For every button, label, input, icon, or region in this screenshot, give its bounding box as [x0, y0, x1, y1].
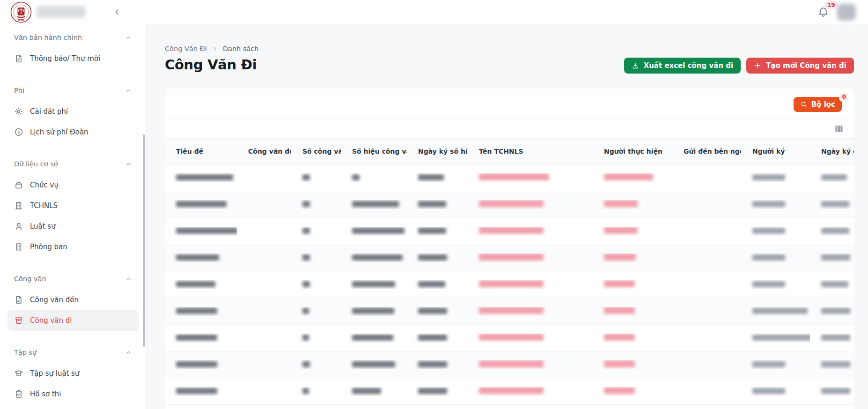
table-cell — [407, 387, 468, 396]
sidebar-item-chuc-vu[interactable]: Chức vụ — [7, 175, 139, 195]
column-header[interactable]: Công văn đến — [237, 148, 291, 155]
table-cell — [741, 200, 810, 209]
column-header[interactable]: Gửi đến bên ngoài — [672, 148, 741, 155]
sidebar-item-ho-so-thi[interactable]: Hồ sơ thi — [7, 384, 139, 404]
sidebar-item-cong-van-di[interactable]: Công văn đi — [7, 310, 139, 331]
table-cell — [741, 387, 810, 396]
section-header-van-ban-hanh-chinh[interactable]: Văn bản hành chính — [0, 33, 146, 42]
sidebar-item-tap-su-luat-su[interactable]: Tập sự luật sư — [7, 363, 139, 384]
table-row[interactable] — [165, 271, 854, 298]
redacted-text — [352, 201, 399, 207]
column-settings-button[interactable] — [834, 124, 844, 134]
top-header: DPBA 19 — [0, 0, 868, 24]
chevron-up-icon — [125, 275, 132, 283]
redacted-text — [479, 387, 544, 394]
table-cell — [341, 200, 407, 209]
sidebar-item-label: Công văn đến — [30, 296, 79, 304]
notifications-button[interactable]: 19 — [817, 6, 830, 18]
column-header[interactable]: Số hiệu công văn — [341, 148, 407, 155]
table-cell — [291, 307, 341, 316]
filter-button[interactable]: Bộ lọc — [794, 97, 842, 112]
redacted-text — [176, 335, 217, 341]
sidebar-item-partial[interactable] — [7, 404, 139, 409]
table-row[interactable] — [165, 218, 854, 245]
table-cell — [291, 360, 341, 369]
table-row[interactable] — [165, 351, 854, 378]
table-cell — [468, 307, 593, 316]
dpba-seal-logo: DPBA — [10, 1, 32, 23]
column-header[interactable]: Ngày ký công văn — [810, 148, 854, 155]
sidebar-collapse-button[interactable] — [110, 6, 124, 19]
sidebar-item-lich-su-phi-doan[interactable]: $ Lịch sử phí Đoàn — [7, 122, 139, 142]
sidebar-item-cong-van-den[interactable]: Công văn đến — [7, 290, 139, 310]
breadcrumb: Công Văn Đi Danh sách — [165, 45, 854, 52]
redacted-text — [176, 281, 215, 287]
table-cell — [291, 173, 341, 182]
table-cell — [468, 200, 593, 209]
create-new-button[interactable]: Tạo mới Công văn đi — [746, 58, 854, 74]
column-header[interactable]: Tiêu đề — [165, 148, 237, 155]
redacted-text — [418, 308, 447, 314]
section-header-tap-su[interactable]: Tập sự — [0, 348, 146, 357]
table-row[interactable] — [165, 378, 854, 405]
table-cell — [341, 280, 407, 289]
search-icon — [800, 101, 808, 108]
section-header-du-lieu-co-so[interactable]: Dữ liệu cơ sở — [0, 159, 146, 169]
redacted-text — [479, 360, 544, 367]
table-cell — [341, 334, 407, 342]
redacted-text — [821, 335, 850, 341]
sidebar-item-luat-su[interactable]: Luật sư — [7, 216, 139, 237]
page-title: Công Văn Đi — [165, 57, 257, 73]
table-cell — [407, 173, 468, 182]
create-new-label: Tạo mới Công văn đi — [766, 61, 846, 70]
redacted-text — [352, 228, 405, 234]
table-cell — [741, 173, 810, 182]
table-row[interactable] — [165, 298, 854, 325]
sidebar-item-phong-ban[interactable]: Phòng ban — [7, 237, 139, 257]
redacted-text — [479, 280, 544, 287]
column-header[interactable]: Người ký — [741, 148, 810, 155]
sidebar-item-thong-bao-thu-moi[interactable]: Thông báo/ Thư mời — [7, 48, 139, 69]
table-row[interactable] — [165, 245, 854, 271]
table-toolbar — [165, 119, 854, 139]
sidebar-scrollbar[interactable] — [143, 134, 145, 347]
table-cell — [593, 387, 672, 396]
redacted-text — [479, 334, 544, 341]
redacted-text — [176, 228, 237, 234]
chevron-right-icon — [212, 45, 218, 52]
section-label: Văn bản hành chính — [14, 34, 82, 41]
breadcrumb-parent[interactable]: Công Văn Đi — [165, 45, 207, 52]
avatar[interactable] — [837, 4, 856, 21]
archive-box-icon — [14, 316, 23, 325]
section-header-phi[interactable]: Phí — [0, 86, 146, 95]
sidebar-item-tchnls[interactable]: TCHNLS — [7, 195, 139, 216]
redacted-text — [302, 254, 310, 260]
gear-icon — [14, 107, 23, 116]
redacted-text — [352, 361, 395, 367]
table-cell — [341, 360, 407, 369]
sidebar-item-cai-dat-phi[interactable]: Cài đặt phí — [7, 101, 139, 122]
column-header[interactable]: Số công văn — [291, 148, 341, 155]
section-header-cong-van[interactable]: Công văn — [0, 274, 146, 283]
column-header[interactable]: Ngày ký số hiệu — [407, 148, 468, 155]
redacted-text — [352, 174, 360, 180]
redacted-text — [302, 361, 310, 367]
export-excel-button[interactable]: Xuất excel công văn đi — [624, 58, 741, 74]
table-cell — [165, 334, 237, 342]
table-row[interactable] — [165, 164, 854, 191]
table-cell — [341, 173, 407, 182]
redacted-text — [752, 174, 785, 180]
table-cell — [291, 253, 341, 262]
redacted-text — [821, 281, 848, 287]
table-row[interactable] — [165, 191, 854, 218]
table-cell — [165, 200, 237, 209]
table-cell — [468, 387, 593, 396]
redacted-text — [752, 281, 785, 287]
table-cell — [468, 253, 593, 262]
table-cell — [741, 280, 810, 289]
table-cell — [165, 253, 237, 262]
column-header[interactable]: Tên TCHNLS — [468, 148, 593, 155]
table-row[interactable] — [165, 325, 854, 351]
column-header[interactable]: Người thực hiện — [593, 148, 672, 155]
redacted-text — [479, 227, 544, 234]
